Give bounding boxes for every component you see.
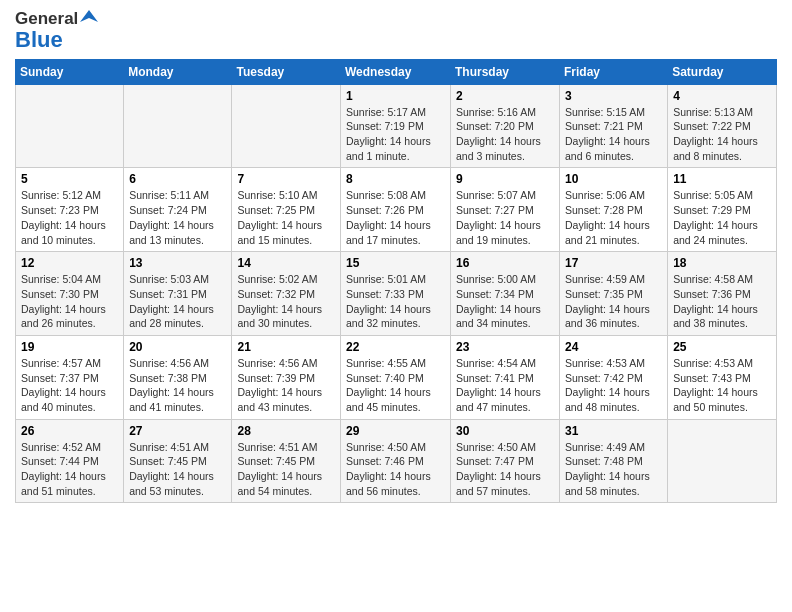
calendar-cell: 9Sunrise: 5:07 AMSunset: 7:27 PMDaylight… — [451, 168, 560, 252]
logo: General Blue — [15, 10, 98, 51]
calendar-container: General Blue SundayMondayTuesdayWednesda… — [0, 0, 792, 513]
day-number: 31 — [565, 424, 662, 438]
calendar-cell — [16, 84, 124, 168]
calendar-cell — [232, 84, 341, 168]
day-number: 10 — [565, 172, 662, 186]
day-number: 14 — [237, 256, 335, 270]
day-info: Sunrise: 5:07 AMSunset: 7:27 PMDaylight:… — [456, 188, 554, 247]
calendar-week-row: 26Sunrise: 4:52 AMSunset: 7:44 PMDayligh… — [16, 419, 777, 503]
day-number: 26 — [21, 424, 118, 438]
day-number: 4 — [673, 89, 771, 103]
day-number: 15 — [346, 256, 445, 270]
calendar-cell — [668, 419, 777, 503]
calendar-cell: 30Sunrise: 4:50 AMSunset: 7:47 PMDayligh… — [451, 419, 560, 503]
day-number: 18 — [673, 256, 771, 270]
day-number: 20 — [129, 340, 226, 354]
weekday-header-saturday: Saturday — [668, 59, 777, 84]
day-info: Sunrise: 5:11 AMSunset: 7:24 PMDaylight:… — [129, 188, 226, 247]
weekday-header-row: SundayMondayTuesdayWednesdayThursdayFrid… — [16, 59, 777, 84]
day-info: Sunrise: 4:55 AMSunset: 7:40 PMDaylight:… — [346, 356, 445, 415]
day-info: Sunrise: 5:15 AMSunset: 7:21 PMDaylight:… — [565, 105, 662, 164]
day-number: 29 — [346, 424, 445, 438]
calendar-cell: 12Sunrise: 5:04 AMSunset: 7:30 PMDayligh… — [16, 252, 124, 336]
day-number: 28 — [237, 424, 335, 438]
calendar-cell: 21Sunrise: 4:56 AMSunset: 7:39 PMDayligh… — [232, 335, 341, 419]
logo-blue-text: Blue — [15, 29, 98, 51]
day-info: Sunrise: 4:51 AMSunset: 7:45 PMDaylight:… — [129, 440, 226, 499]
calendar-cell: 29Sunrise: 4:50 AMSunset: 7:46 PMDayligh… — [341, 419, 451, 503]
day-number: 27 — [129, 424, 226, 438]
weekday-header-tuesday: Tuesday — [232, 59, 341, 84]
day-number: 25 — [673, 340, 771, 354]
day-info: Sunrise: 4:57 AMSunset: 7:37 PMDaylight:… — [21, 356, 118, 415]
day-number: 11 — [673, 172, 771, 186]
weekday-header-sunday: Sunday — [16, 59, 124, 84]
calendar-cell: 31Sunrise: 4:49 AMSunset: 7:48 PMDayligh… — [560, 419, 668, 503]
day-info: Sunrise: 5:00 AMSunset: 7:34 PMDaylight:… — [456, 272, 554, 331]
day-number: 13 — [129, 256, 226, 270]
day-info: Sunrise: 5:12 AMSunset: 7:23 PMDaylight:… — [21, 188, 118, 247]
day-number: 17 — [565, 256, 662, 270]
calendar-week-row: 5Sunrise: 5:12 AMSunset: 7:23 PMDaylight… — [16, 168, 777, 252]
logo-general-text: General — [15, 10, 78, 29]
day-number: 8 — [346, 172, 445, 186]
calendar-cell: 3Sunrise: 5:15 AMSunset: 7:21 PMDaylight… — [560, 84, 668, 168]
calendar-cell: 8Sunrise: 5:08 AMSunset: 7:26 PMDaylight… — [341, 168, 451, 252]
day-info: Sunrise: 5:05 AMSunset: 7:29 PMDaylight:… — [673, 188, 771, 247]
day-info: Sunrise: 5:04 AMSunset: 7:30 PMDaylight:… — [21, 272, 118, 331]
calendar-week-row: 1Sunrise: 5:17 AMSunset: 7:19 PMDaylight… — [16, 84, 777, 168]
day-info: Sunrise: 5:17 AMSunset: 7:19 PMDaylight:… — [346, 105, 445, 164]
day-number: 22 — [346, 340, 445, 354]
calendar-cell: 10Sunrise: 5:06 AMSunset: 7:28 PMDayligh… — [560, 168, 668, 252]
day-number: 19 — [21, 340, 118, 354]
day-number: 16 — [456, 256, 554, 270]
day-info: Sunrise: 5:01 AMSunset: 7:33 PMDaylight:… — [346, 272, 445, 331]
day-info: Sunrise: 4:52 AMSunset: 7:44 PMDaylight:… — [21, 440, 118, 499]
day-number: 12 — [21, 256, 118, 270]
calendar-cell: 16Sunrise: 5:00 AMSunset: 7:34 PMDayligh… — [451, 252, 560, 336]
day-info: Sunrise: 5:13 AMSunset: 7:22 PMDaylight:… — [673, 105, 771, 164]
day-info: Sunrise: 5:16 AMSunset: 7:20 PMDaylight:… — [456, 105, 554, 164]
calendar-cell: 13Sunrise: 5:03 AMSunset: 7:31 PMDayligh… — [124, 252, 232, 336]
day-number: 6 — [129, 172, 226, 186]
day-info: Sunrise: 4:59 AMSunset: 7:35 PMDaylight:… — [565, 272, 662, 331]
day-info: Sunrise: 4:54 AMSunset: 7:41 PMDaylight:… — [456, 356, 554, 415]
day-number: 24 — [565, 340, 662, 354]
calendar-cell: 25Sunrise: 4:53 AMSunset: 7:43 PMDayligh… — [668, 335, 777, 419]
calendar-cell: 17Sunrise: 4:59 AMSunset: 7:35 PMDayligh… — [560, 252, 668, 336]
weekday-header-monday: Monday — [124, 59, 232, 84]
calendar-cell: 5Sunrise: 5:12 AMSunset: 7:23 PMDaylight… — [16, 168, 124, 252]
logo-bird-icon — [80, 8, 98, 26]
day-info: Sunrise: 4:58 AMSunset: 7:36 PMDaylight:… — [673, 272, 771, 331]
calendar-cell: 22Sunrise: 4:55 AMSunset: 7:40 PMDayligh… — [341, 335, 451, 419]
day-info: Sunrise: 5:10 AMSunset: 7:25 PMDaylight:… — [237, 188, 335, 247]
day-number: 2 — [456, 89, 554, 103]
calendar-cell — [124, 84, 232, 168]
calendar-cell: 28Sunrise: 4:51 AMSunset: 7:45 PMDayligh… — [232, 419, 341, 503]
day-number: 21 — [237, 340, 335, 354]
day-info: Sunrise: 5:08 AMSunset: 7:26 PMDaylight:… — [346, 188, 445, 247]
calendar-cell: 26Sunrise: 4:52 AMSunset: 7:44 PMDayligh… — [16, 419, 124, 503]
day-info: Sunrise: 4:53 AMSunset: 7:43 PMDaylight:… — [673, 356, 771, 415]
calendar-cell: 11Sunrise: 5:05 AMSunset: 7:29 PMDayligh… — [668, 168, 777, 252]
calendar-cell: 19Sunrise: 4:57 AMSunset: 7:37 PMDayligh… — [16, 335, 124, 419]
calendar-table: SundayMondayTuesdayWednesdayThursdayFrid… — [15, 59, 777, 504]
day-number: 9 — [456, 172, 554, 186]
calendar-week-row: 19Sunrise: 4:57 AMSunset: 7:37 PMDayligh… — [16, 335, 777, 419]
weekday-header-thursday: Thursday — [451, 59, 560, 84]
calendar-cell: 20Sunrise: 4:56 AMSunset: 7:38 PMDayligh… — [124, 335, 232, 419]
day-number: 3 — [565, 89, 662, 103]
calendar-header: General Blue — [15, 10, 777, 51]
day-number: 30 — [456, 424, 554, 438]
day-info: Sunrise: 4:51 AMSunset: 7:45 PMDaylight:… — [237, 440, 335, 499]
weekday-header-wednesday: Wednesday — [341, 59, 451, 84]
calendar-cell: 27Sunrise: 4:51 AMSunset: 7:45 PMDayligh… — [124, 419, 232, 503]
day-info: Sunrise: 4:50 AMSunset: 7:46 PMDaylight:… — [346, 440, 445, 499]
calendar-cell: 4Sunrise: 5:13 AMSunset: 7:22 PMDaylight… — [668, 84, 777, 168]
calendar-cell: 2Sunrise: 5:16 AMSunset: 7:20 PMDaylight… — [451, 84, 560, 168]
svg-marker-0 — [80, 10, 98, 22]
day-info: Sunrise: 4:53 AMSunset: 7:42 PMDaylight:… — [565, 356, 662, 415]
day-number: 1 — [346, 89, 445, 103]
calendar-cell: 1Sunrise: 5:17 AMSunset: 7:19 PMDaylight… — [341, 84, 451, 168]
calendar-cell: 6Sunrise: 5:11 AMSunset: 7:24 PMDaylight… — [124, 168, 232, 252]
